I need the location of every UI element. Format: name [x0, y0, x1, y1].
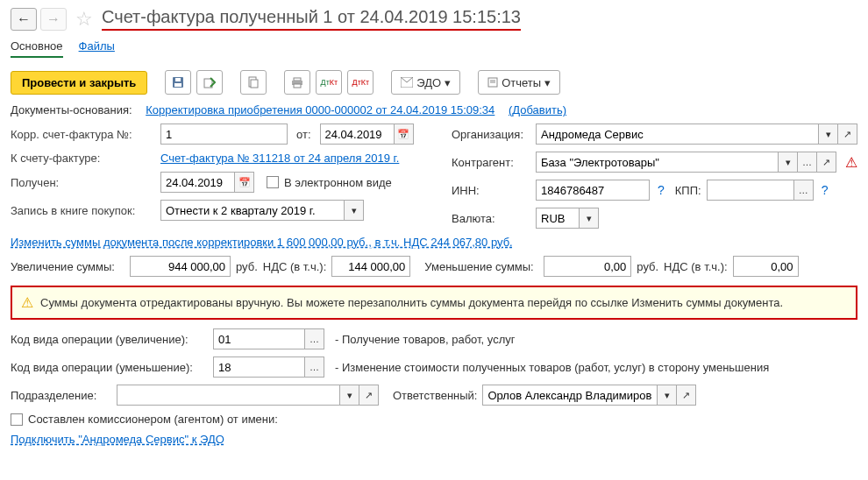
tab-files[interactable]: Файлы — [79, 39, 115, 58]
received-date-input[interactable] — [160, 172, 235, 193]
contractor-label: Контрагент: — [452, 156, 530, 169]
op-inc-label: Код вида операции (увеличение): — [11, 333, 208, 346]
dropdown-icon[interactable]: ▾ — [819, 124, 838, 145]
purchase-book-label: Запись в книге покупок: — [11, 204, 155, 217]
division-label: Подразделение: — [11, 389, 111, 402]
currency-input[interactable] — [536, 208, 580, 229]
open-icon[interactable]: ↗ — [838, 124, 857, 145]
dropdown-icon[interactable]: ▾ — [345, 200, 364, 221]
rub-label: руб. — [236, 260, 258, 273]
warning-text: Суммы документа отредактированы вручную.… — [40, 296, 783, 309]
back-button[interactable]: ← — [11, 8, 37, 31]
increase-input[interactable] — [130, 256, 231, 277]
to-invoice-label: К счету-фактуре: — [11, 152, 155, 165]
contractor-input[interactable] — [536, 152, 779, 173]
from-label: от: — [296, 128, 311, 141]
corr-date-input[interactable] — [320, 124, 395, 145]
vat-label: НДС (в т.ч.): — [263, 260, 327, 273]
op-inc-input[interactable] — [213, 328, 305, 349]
calendar-icon[interactable]: 📅 — [395, 124, 414, 145]
reports-button[interactable]: Отчеты ▾ — [478, 70, 560, 95]
create-based-button[interactable] — [240, 70, 267, 95]
page-title: Счет-фактура полученный 1 от 24.04.2019 … — [102, 7, 521, 31]
help-icon[interactable]: ? — [822, 183, 829, 197]
corr-num-input[interactable] — [160, 124, 288, 145]
decrease-input[interactable] — [544, 256, 631, 277]
decrease-label: Уменьшение суммы: — [424, 260, 538, 273]
commission-checkbox[interactable] — [11, 413, 23, 426]
responsible-input[interactable] — [482, 385, 658, 406]
dropdown-icon[interactable]: ▾ — [340, 385, 359, 406]
save-button[interactable] — [165, 70, 191, 95]
op-dec-input[interactable] — [213, 356, 305, 378]
more-icon[interactable]: … — [305, 328, 324, 349]
more-icon[interactable]: … — [794, 180, 814, 201]
electronic-checkbox[interactable] — [267, 176, 279, 188]
org-label: Организация: — [452, 128, 530, 141]
dt-ct-alt-button[interactable]: ДтКт — [347, 70, 374, 95]
vat-label: НДС (в т.ч.): — [664, 260, 728, 273]
op-inc-desc: - Получение товаров, работ, услуг — [335, 333, 516, 346]
rub-label: руб. — [637, 260, 658, 273]
corr-num-label: Корр. счет-фактура №: — [11, 128, 155, 141]
org-input[interactable] — [536, 124, 819, 145]
svg-rect-8 — [294, 84, 301, 88]
base-docs-label: Документы-основания: — [11, 103, 132, 116]
currency-label: Валюта: — [452, 212, 530, 225]
warning-icon: ⚠ — [21, 294, 33, 311]
more-icon[interactable]: … — [305, 356, 324, 378]
dropdown-icon[interactable]: ▾ — [779, 152, 798, 173]
open-icon[interactable]: ↗ — [817, 152, 836, 173]
received-label: Получен: — [11, 176, 155, 189]
open-icon[interactable]: ↗ — [359, 385, 379, 406]
svg-rect-6 — [294, 78, 301, 81]
edo-button[interactable]: ЭДО ▾ — [391, 70, 460, 95]
warning-box: ⚠ Суммы документа отредактированы вручну… — [11, 286, 857, 320]
change-sums-link[interactable]: Изменить суммы документа после корректир… — [11, 236, 513, 249]
responsible-label: Ответственный: — [393, 389, 477, 402]
kpp-input[interactable] — [707, 180, 794, 201]
edo-connect-link[interactable]: Подключить "Андромеда Сервис" к ЭДО — [11, 433, 224, 446]
increase-vat-input[interactable] — [331, 256, 410, 277]
dt-ct-button[interactable]: ДтКт — [316, 70, 342, 95]
post-close-button[interactable]: Провести и закрыть — [11, 71, 147, 95]
electronic-label: В электронном виде — [284, 176, 392, 189]
base-docs-link[interactable]: Корректировка приобретения 0000-000002 о… — [146, 103, 494, 116]
commission-label: Составлен комиссионером (агентом) от име… — [28, 413, 278, 426]
favorite-icon[interactable]: ☆ — [75, 8, 93, 31]
help-icon[interactable]: ? — [658, 183, 665, 197]
tab-main[interactable]: Основное — [11, 39, 63, 58]
more-icon[interactable]: … — [798, 152, 817, 173]
svg-rect-1 — [174, 83, 181, 87]
decrease-vat-input[interactable] — [733, 256, 799, 277]
post-button[interactable] — [196, 70, 223, 95]
svg-rect-2 — [175, 78, 181, 81]
base-docs-add[interactable]: (Добавить) — [509, 103, 566, 116]
alert-icon: ⚠ — [845, 154, 857, 171]
op-dec-label: Код вида операции (уменьшение): — [11, 361, 208, 374]
svg-rect-5 — [251, 80, 258, 88]
purchase-book-input[interactable] — [160, 200, 345, 221]
op-dec-desc: - Изменение стоимости полученных товаров… — [335, 361, 769, 374]
kpp-label: КПП: — [675, 184, 701, 197]
print-button[interactable] — [284, 70, 310, 95]
open-icon[interactable]: ↗ — [677, 385, 696, 406]
calendar-icon[interactable]: 📅 — [235, 172, 254, 193]
dropdown-icon[interactable]: ▾ — [658, 385, 677, 406]
to-invoice-link[interactable]: Счет-фактура № 311218 от 24 апреля 2019 … — [160, 152, 399, 165]
dropdown-icon[interactable]: ▾ — [580, 208, 599, 229]
inn-label: ИНН: — [452, 184, 530, 197]
inn-input[interactable] — [536, 180, 650, 201]
dropdown-icon: ▾ — [445, 76, 451, 89]
division-input[interactable] — [117, 385, 340, 406]
forward-button[interactable]: → — [40, 8, 67, 31]
dropdown-icon: ▾ — [544, 76, 551, 89]
increase-label: Увеличение суммы: — [11, 260, 125, 273]
